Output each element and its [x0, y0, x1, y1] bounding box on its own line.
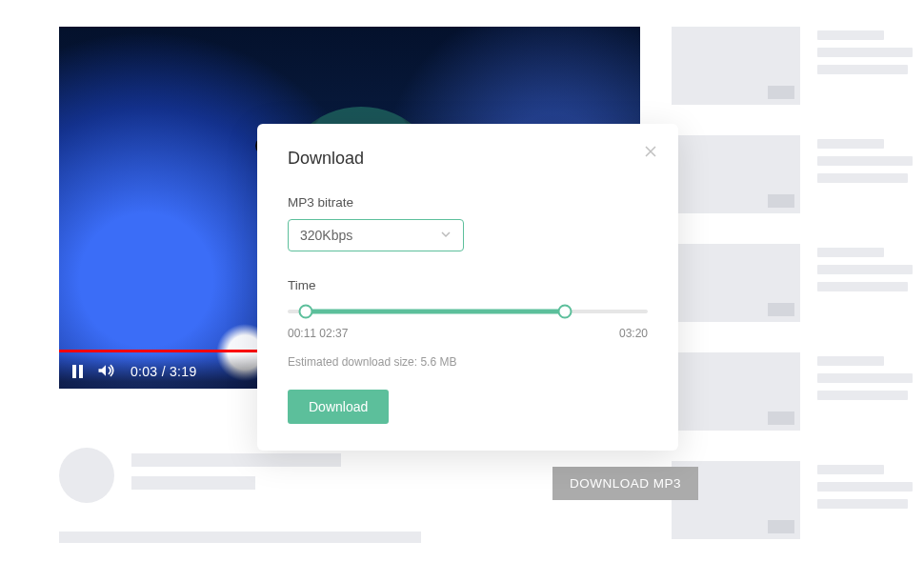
thumbnail-lines [817, 135, 924, 213]
download-modal: Download MP3 bitrate 320Kbps Time 00:11 … [257, 124, 678, 451]
thumbnail-image [672, 352, 800, 431]
download-button[interactable]: Download [288, 390, 389, 424]
download-mp3-button[interactable]: DOWNLOAD MP3 [552, 467, 698, 500]
thumbnail-item[interactable] [672, 352, 924, 431]
channel-title-placeholder [131, 453, 341, 467]
time-range-end: 03:20 [619, 327, 648, 340]
chevron-down-icon [440, 228, 452, 243]
thumbnail-item[interactable] [672, 135, 924, 213]
bitrate-select[interactable]: 320Kbps [288, 219, 464, 251]
bitrate-value: 320Kbps [300, 228, 352, 243]
time-label: Time [288, 278, 648, 292]
bitrate-label: MP3 bitrate [288, 195, 648, 210]
thumbnail-lines [817, 352, 924, 431]
thumbnail-item[interactable] [672, 461, 924, 539]
thumbnail-image [672, 244, 800, 322]
video-time: 0:03 / 3:19 [131, 364, 196, 379]
description-placeholder [59, 532, 421, 543]
thumbnail-image [672, 27, 800, 105]
thumbnail-lines [817, 27, 924, 105]
thumbnail-item[interactable] [672, 244, 924, 322]
estimated-size: Estimated download size: 5.6 MB [288, 355, 648, 369]
channel-subtitle-placeholder [131, 476, 255, 490]
channel-meta [59, 448, 341, 503]
volume-icon[interactable] [96, 361, 115, 383]
pause-icon[interactable] [72, 365, 83, 378]
thumbnail-image [672, 135, 800, 213]
thumbnail-lines [817, 244, 924, 322]
thumbnail-item[interactable] [672, 27, 924, 105]
modal-title: Download [288, 149, 648, 169]
close-icon[interactable] [644, 145, 657, 162]
channel-avatar[interactable] [59, 448, 114, 503]
thumbnail-lines [817, 461, 924, 539]
slider-handle-start[interactable] [298, 305, 312, 319]
slider-track [306, 310, 565, 314]
sidebar-thumbnails [672, 27, 924, 539]
slider-handle-end[interactable] [558, 305, 572, 319]
time-slider[interactable] [288, 302, 648, 321]
time-range-start: 00:11 02:37 [288, 327, 348, 340]
